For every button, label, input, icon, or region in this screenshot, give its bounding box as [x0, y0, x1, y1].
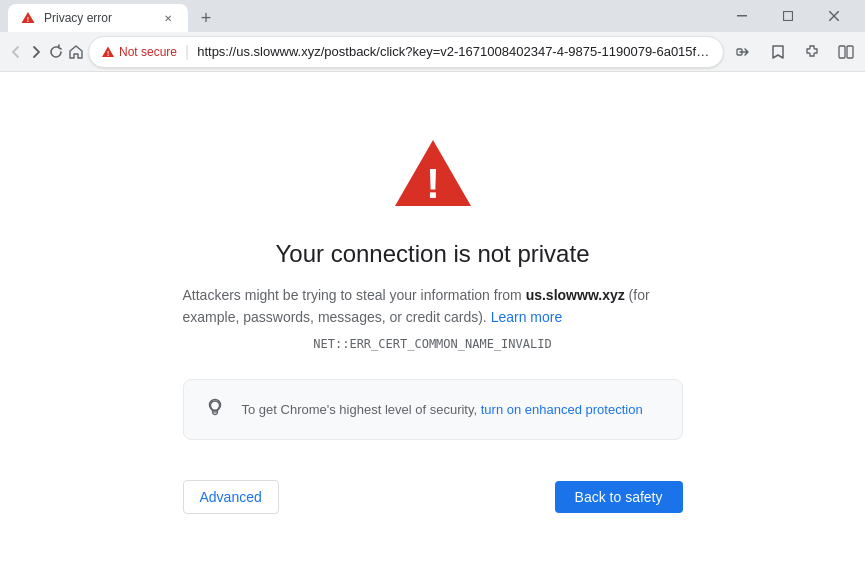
title-bar: ! Privacy error ✕ + — [0, 0, 865, 32]
svg-text:!: ! — [27, 16, 29, 23]
learn-more-link[interactable]: Learn more — [491, 309, 563, 325]
chrome-window: ! Privacy error ✕ + — [0, 0, 865, 580]
security-tip-box: To get Chrome's highest level of securit… — [183, 379, 683, 440]
svg-rect-7 — [839, 46, 845, 58]
back-to-safety-button[interactable]: Back to safety — [555, 481, 683, 513]
new-tab-button[interactable]: + — [192, 4, 220, 32]
error-description: Attackers might be trying to steal your … — [183, 284, 683, 329]
reload-icon — [48, 44, 64, 60]
svg-text:!: ! — [426, 160, 440, 207]
share-button[interactable] — [728, 36, 760, 68]
error-title: Your connection is not private — [276, 240, 590, 268]
home-icon — [68, 44, 84, 60]
split-view-icon — [838, 44, 854, 60]
minimize-icon — [737, 15, 747, 17]
tab-strip: ! Privacy error ✕ + — [8, 0, 719, 32]
share-icon — [736, 44, 752, 60]
security-tip-prefix: To get Chrome's highest level of securit… — [242, 402, 481, 417]
security-badge: ! Not secure — [101, 45, 177, 59]
window-controls — [719, 0, 857, 32]
warning-triangle-icon: ! — [391, 132, 475, 216]
back-button[interactable] — [8, 36, 24, 68]
action-buttons: Advanced Back to safety — [183, 480, 683, 514]
maximize-button[interactable] — [765, 0, 811, 32]
reload-button[interactable] — [48, 36, 64, 68]
bulb-svg-icon — [204, 396, 226, 418]
close-button[interactable] — [811, 0, 857, 32]
minimize-button[interactable] — [719, 0, 765, 32]
bookmark-button[interactable] — [762, 36, 794, 68]
security-tip-text: To get Chrome's highest level of securit… — [242, 400, 643, 420]
maximize-icon — [783, 11, 793, 21]
puzzle-icon — [804, 44, 820, 60]
bookmark-icon — [770, 44, 786, 60]
warning-favicon-icon: ! — [21, 11, 35, 25]
split-view-button[interactable] — [830, 36, 862, 68]
error-code: NET::ERR_CERT_COMMON_NAME_INVALID — [313, 337, 551, 351]
svg-text:!: ! — [107, 49, 109, 56]
svg-rect-8 — [847, 46, 853, 58]
svg-rect-2 — [784, 12, 793, 21]
tab-title: Privacy error — [44, 11, 152, 25]
forward-button[interactable] — [28, 36, 44, 68]
svg-rect-1 — [737, 15, 747, 17]
enhanced-protection-link[interactable]: turn on enhanced protection — [481, 402, 643, 417]
page-content: ! Your connection is not private Attacke… — [0, 72, 865, 580]
toolbar-icons — [728, 36, 865, 68]
tab-close-button[interactable]: ✕ — [160, 10, 176, 26]
error-icon: ! — [391, 132, 475, 220]
security-badge-label: Not secure — [119, 45, 177, 59]
back-icon — [8, 44, 24, 60]
active-tab[interactable]: ! Privacy error ✕ — [8, 4, 188, 32]
advanced-button[interactable]: Advanced — [183, 480, 279, 514]
error-desc-prefix: Attackers might be trying to steal your … — [183, 287, 526, 303]
close-icon — [829, 11, 839, 21]
tab-favicon: ! — [20, 10, 36, 26]
url-display: https://us.slowww.xyz/postback/click?key… — [197, 44, 711, 59]
extensions-button[interactable] — [796, 36, 828, 68]
home-button[interactable] — [68, 36, 84, 68]
forward-icon — [28, 44, 44, 60]
toolbar: ! Not secure | https://us.slowww.xyz/pos… — [0, 32, 865, 72]
omnibox[interactable]: ! Not secure | https://us.slowww.xyz/pos… — [88, 36, 724, 68]
warning-icon: ! — [101, 45, 115, 59]
error-domain: us.slowww.xyz — [526, 287, 625, 303]
lightbulb-icon — [204, 396, 226, 423]
